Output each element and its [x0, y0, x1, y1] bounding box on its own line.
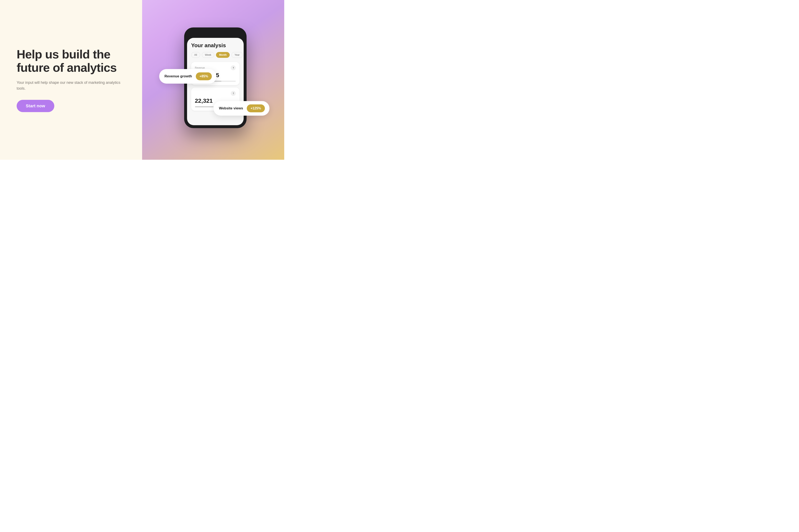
revenue-growth-badge: +85% — [196, 72, 212, 80]
website-views-card: Website views +125% — [213, 101, 269, 116]
users-bar-fill — [195, 106, 213, 107]
screen-title: Your analysis — [191, 42, 240, 49]
filter-tabs: All Week Month Year — [191, 52, 240, 58]
subtext: Your input will help shape our new stack… — [17, 80, 125, 92]
tab-month[interactable]: Month — [216, 52, 230, 58]
right-panel: Revenue growth +85% Your analysis All We… — [142, 0, 284, 160]
phone-notch — [206, 30, 225, 36]
left-panel: Help us build the future of analytics Yo… — [0, 0, 142, 160]
tab-week[interactable]: Week — [202, 52, 214, 58]
users-arrow-icon: ↗ — [230, 90, 237, 97]
revenue-arrow-icon: ↗ — [230, 64, 237, 71]
website-views-badge: +125% — [247, 104, 265, 112]
revenue-growth-card: Revenue growth +85% — [159, 69, 217, 83]
revenue-growth-label: Revenue growth — [165, 74, 192, 78]
website-views-label: Website views — [219, 106, 243, 110]
phone-wrapper: Revenue growth +85% Your analysis All We… — [184, 27, 251, 128]
start-now-button[interactable]: Start now — [17, 100, 54, 112]
headline: Help us build the future of analytics — [17, 48, 125, 74]
tab-year[interactable]: Year — [231, 52, 243, 58]
left-content: Help us build the future of analytics Yo… — [17, 48, 125, 112]
users-card-label: ↗ — [195, 91, 236, 96]
tab-all[interactable]: All — [191, 52, 200, 58]
